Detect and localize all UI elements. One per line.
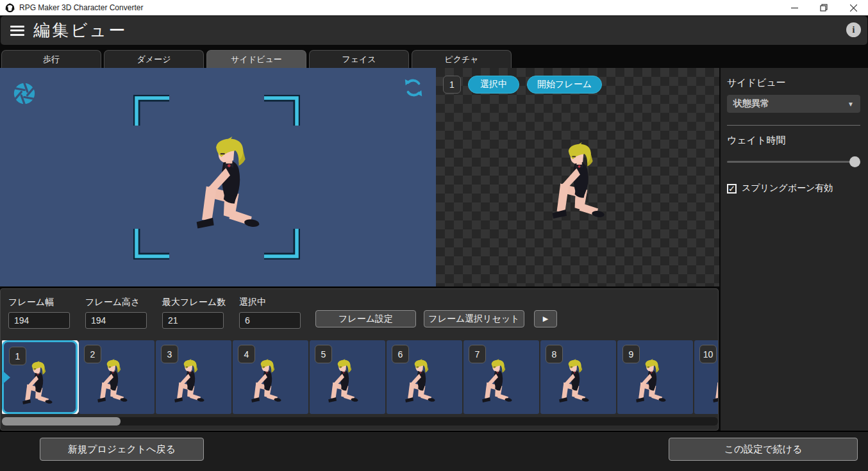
back-to-new-project-button[interactable]: 新規プロジェクトへ戻る — [40, 438, 204, 461]
restore-icon — [820, 4, 828, 12]
minimize-icon — [791, 4, 798, 12]
frame-selection-reset-button[interactable]: フレーム選択リセット — [424, 310, 524, 327]
wait-time-label: ウェイト時間 — [727, 135, 860, 147]
selected-frame-marker-icon — [2, 370, 10, 385]
chevron-down-icon: ▼ — [847, 101, 854, 108]
character-sprite — [249, 359, 285, 405]
frame-corner-bracket — [133, 227, 171, 260]
slider-track — [727, 161, 858, 163]
character-sprite — [326, 359, 362, 405]
frame-height-label: フレーム高さ — [85, 297, 147, 308]
tab-sideview[interactable]: サイドビュー — [206, 50, 306, 68]
frame-thumbnail-6[interactable]: 6 — [387, 340, 462, 414]
start-frame-button[interactable]: 開始フレーム — [527, 76, 602, 94]
info-icon[interactable]: i — [846, 22, 861, 37]
restore-button[interactable] — [809, 0, 839, 15]
frame-width-label: フレーム幅 — [8, 297, 70, 308]
character-sprite — [546, 142, 614, 223]
tab-face[interactable]: フェイス — [309, 50, 409, 68]
continue-with-settings-button[interactable]: この設定で続ける — [669, 438, 858, 461]
frame-thumbnail-4[interactable]: 4 — [233, 340, 308, 414]
wait-time-slider[interactable] — [727, 156, 858, 167]
camera-aperture-icon[interactable] — [12, 81, 37, 106]
frame-corner-bracket — [133, 95, 171, 127]
divider — [727, 125, 860, 126]
motion-dropdown-value: 状態異常 — [733, 98, 847, 110]
sidebar-title: サイドビュー — [727, 77, 860, 89]
character-sprite — [96, 359, 131, 405]
frame-settings-button[interactable]: フレーム設定 — [315, 310, 416, 327]
frame-thumbnail-strip: 1 2 3 — [2, 340, 719, 414]
character-sprite — [172, 359, 208, 405]
app-logo-icon — [5, 3, 15, 13]
character-sprite — [480, 359, 516, 405]
frame-number-badge: 1 — [443, 76, 461, 94]
character-preview-viewport[interactable] — [0, 68, 436, 286]
character-sprite — [557, 359, 593, 405]
app-window: RPG Maker 3D Character Converter 編集ビュー — [0, 0, 868, 471]
frame-height-field: フレーム高さ — [85, 297, 147, 329]
frame-thumbnail-7[interactable]: 7 — [463, 340, 539, 414]
character-sprite — [21, 361, 56, 407]
character-sprite — [711, 359, 719, 405]
play-button[interactable]: ▶ — [534, 310, 557, 327]
menu-icon[interactable] — [10, 26, 24, 36]
scrollbar-thumb[interactable] — [2, 417, 121, 426]
frame-thumbnail-1[interactable]: 1 — [2, 340, 78, 414]
tab-bar: 歩行 ダメージ サイドビュー フェイス ピクチャ — [0, 50, 868, 68]
window-title: RPG Maker 3D Character Converter — [19, 3, 143, 12]
page-title: 編集ビュー — [33, 19, 127, 42]
selected-count-label: 選択中 — [239, 297, 301, 308]
close-icon — [850, 4, 857, 12]
frame-width-field: フレーム幅 — [8, 297, 70, 329]
sideview-settings-panel: サイドビュー 状態異常 ▼ ウェイト時間 ✓ スプリングボーン有効 — [719, 68, 868, 431]
tab-walk[interactable]: 歩行 — [1, 50, 101, 68]
character-sprite — [189, 136, 271, 234]
slider-thumb[interactable] — [849, 156, 860, 167]
tab-picture[interactable]: ピクチャ — [412, 50, 512, 68]
close-button[interactable] — [839, 0, 868, 15]
frame-width-input[interactable] — [8, 312, 70, 329]
frame-corner-bracket — [263, 95, 300, 127]
selected-frame-button[interactable]: 選択中 — [468, 76, 519, 94]
max-frames-input[interactable] — [162, 312, 224, 329]
max-frames-label: 最大フレーム数 — [162, 297, 226, 308]
frame-thumbnail-5[interactable]: 5 — [310, 340, 385, 414]
thumbnail-scrollbar[interactable] — [2, 417, 718, 426]
selected-count-field: 選択中 — [239, 297, 301, 329]
footer-bar: 新規プロジェクトへ戻る この設定で続ける — [0, 431, 868, 471]
frame-thumbnail-3[interactable]: 3 — [156, 340, 231, 414]
character-sprite — [634, 359, 670, 405]
character-sprite — [403, 359, 439, 405]
frame-thumbnail-9[interactable]: 9 — [617, 340, 693, 414]
frame-thumbnail-10[interactable]: 10 — [694, 340, 719, 414]
tab-damage[interactable]: ダメージ — [104, 50, 204, 68]
frame-thumbnail-2[interactable]: 2 — [79, 340, 154, 414]
titlebar: RPG Maker 3D Character Converter — [0, 0, 868, 15]
minimize-button[interactable] — [780, 0, 809, 15]
motion-dropdown[interactable]: 状態異常 ▼ — [727, 95, 860, 113]
checkbox-check-icon[interactable]: ✓ — [727, 184, 737, 194]
app-header: 編集ビュー i — [1, 16, 867, 45]
frame-settings-panel: フレーム幅 フレーム高さ 最大フレーム数 選択中 フレーム設定 フレーム選択リセ… — [0, 288, 719, 431]
selected-count-input[interactable] — [239, 312, 301, 329]
max-frames-field: 最大フレーム数 — [162, 297, 226, 329]
frame-thumbnail-8[interactable]: 8 — [540, 340, 616, 414]
sprite-sheet-stage[interactable]: 1 選択中 開始フレーム — [436, 68, 719, 286]
springbone-checkbox-row[interactable]: ✓ スプリングボーン有効 — [727, 183, 860, 194]
window-controls — [780, 0, 868, 15]
frame-height-input[interactable] — [85, 312, 147, 329]
rotate-refresh-icon[interactable] — [403, 77, 424, 99]
springbone-label: スプリングボーン有効 — [742, 183, 833, 194]
